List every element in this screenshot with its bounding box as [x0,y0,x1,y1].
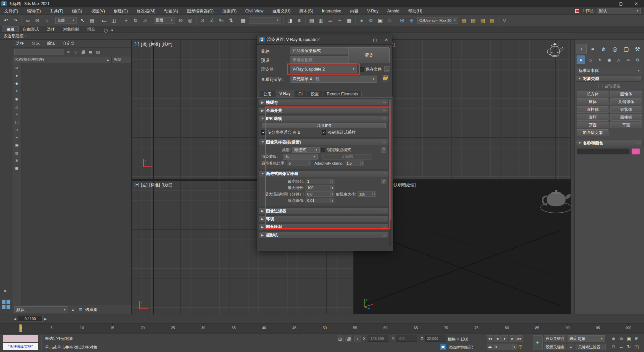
progressive-help-button[interactable]: ? [381,179,386,184]
scene-explorer-search-input[interactable] [14,49,64,55]
isolate-selection-icon[interactable]: ⊞ [337,336,343,342]
save-file-browse-button[interactable]: ... [384,66,390,72]
menu-item[interactable]: 脚本(S) [295,7,318,15]
close-button[interactable]: ✕ [629,0,644,7]
max-render-time-spinner[interactable]: 0.0▲▼ [306,191,334,197]
display-hidden-icon[interactable]: ▦ [14,166,20,171]
create-圆环-button[interactable]: 圆环 [577,114,608,121]
save-scene-folder-icon[interactable]: ▤ [460,16,468,25]
sampler-help-button[interactable]: ? [381,147,386,153]
track-bar[interactable]: 0510152025303540455055606570758085909510… [0,323,644,333]
rollout-颜色映射[interactable]: ▶颜色映射⋯ [259,224,389,230]
spinner-snap-icon[interactable]: ⇅ [226,16,235,25]
tab-display[interactable]: ▢ [621,44,632,54]
rollout-环境[interactable]: ▶环境⋯ [259,216,389,222]
mirror-icon[interactable]: ◨ [285,16,294,25]
maxscript-mini-listener-input[interactable] [3,335,38,342]
select-link-icon[interactable]: ∞ [23,16,32,25]
primitive-category-dropdown[interactable]: 标准基本体▼ [577,67,642,74]
time-forward-arrow-icon[interactable]: ▶ [43,317,48,321]
create-四棱锥-button[interactable]: 四棱锥 [610,114,642,121]
key-filters-button[interactable]: 关键点过滤器... [576,344,606,350]
percent-snap-icon[interactable]: % [217,16,226,25]
cat-shapes[interactable]: ◇ [586,55,594,64]
render-production-icon[interactable]: ♨ [385,16,394,25]
menu-item[interactable]: 编辑(E) [22,7,45,15]
menu-item[interactable]: 创建(C) [109,7,132,15]
ribbon-tab-对象绘制[interactable]: 对象绘制 [59,26,83,32]
create-几何球体-button[interactable]: 几何球体 [610,98,642,105]
display-spacewarps-icon[interactable]: ≈ [14,112,20,117]
bind-spacewarp-icon[interactable]: ≈ [42,16,51,25]
go-to-end-icon[interactable]: ▶▶ [516,335,523,342]
image-sampler-rollout-header[interactable]: ▼图像采样器(抗锯齿)⋯ [259,139,388,145]
create-圆锥体-button[interactable]: 圆锥体 [610,91,642,97]
min-shading-spinner[interactable]: 6▲▼ [287,161,311,166]
display-lights-icon[interactable]: ☀ [14,88,20,94]
ray-bundle-spinner[interactable]: 128▲▼ [358,191,376,197]
workspace-dropdown[interactable]: 默认▼ [597,8,641,14]
selection-lock-icon[interactable] [345,336,352,342]
display-none-icon[interactable]: ⊘ [14,65,20,71]
frame-step-icons[interactable]: ◀▶ [487,344,493,350]
current-frame-spinner[interactable]: 0▲▼ [493,344,517,350]
target-dropdown[interactable]: 产品级渲染模式▼ [290,47,357,54]
display-bones-icon[interactable]: ⌐ [14,135,20,140]
ipr-rollout-header[interactable]: ▼IPR 选项⋯ [259,116,388,122]
progressive-sampler-rollout-header[interactable]: ▼渐进式图像采样器⋯ [259,171,388,177]
menu-item[interactable]: 图形编辑器(D) [182,7,218,15]
teapot-wireframe[interactable] [545,41,564,61]
orbit-icon[interactable]: ↻ [625,343,633,351]
maxscript-listener-output[interactable]: “执行脚本完毕” [3,343,38,350]
maximize-button[interactable]: ▢ [613,0,629,7]
selection-filter-dropdown[interactable]: 全部▼ [55,17,77,24]
ribbon-tab-选择[interactable]: 选择 [43,26,59,32]
time-tag-label[interactable]: 添加时间标记 [449,345,473,350]
explorer-object-list[interactable]: ⊘●◆☀◉△≈▢◇⌐▣◍❄▦ [12,63,131,305]
angle-snap-icon[interactable]: ∠ [208,16,216,25]
window-crossing-icon[interactable]: ◫ [109,16,118,25]
viewport-label-segment[interactable]: [+] [135,182,139,188]
tab-hierarchy[interactable]: ⋔ [598,44,609,54]
lock-noise-checkbox[interactable]: 锁定噪点模式 [321,147,351,153]
next-frame-icon[interactable]: |▶ [509,335,516,342]
menu-item[interactable]: 组(G) [68,7,87,15]
explorer-preset-dropdown[interactable]: 默认▼ [14,306,68,313]
render-setup-icon[interactable]: ⚙ [367,16,375,25]
select-place-icon[interactable]: ◎ [186,16,195,25]
cat-helpers[interactable]: △ [614,55,623,64]
zoom-extents-icon[interactable]: ▣ [625,335,633,343]
material-editor-icon[interactable]: ● [357,16,366,25]
noise-threshold-spinner[interactable]: 0.01▲▼ [306,198,334,203]
curve-editor-icon[interactable]: ~ [335,16,344,25]
time-configuration-icon[interactable]: ◷ [518,344,522,349]
expand-panel-arrow-icon[interactable]: ▶ [4,289,7,293]
viewport-label-segment[interactable]: [+] [135,42,139,47]
z-coordinate-field[interactable]: 32.099 [425,336,446,342]
maximize-viewport-icon[interactable]: ◰ [633,343,640,351]
display-xrefs-icon[interactable]: ◇ [14,127,20,132]
explorer-menu-选择[interactable]: 选择 [12,41,28,46]
ribbon-config-icon[interactable]: ◯ [104,29,108,32]
zoom-all-icon[interactable]: ⊛ [618,335,625,343]
menu-item[interactable]: Interactive [318,7,346,15]
new-explorer-icon[interactable]: ⊞ [77,307,84,313]
display-materials-icon[interactable]: ◍ [14,150,20,156]
dialog-scrollbar[interactable] [389,98,391,246]
dialog-tab-GI[interactable]: GI [295,91,307,97]
preset-dropdown[interactable]: 未选定预设▼ [290,56,357,63]
import-folder-icon[interactable]: ▤ [478,16,487,25]
create-平面-button[interactable]: 平面 [610,122,642,128]
ribbon-tab-自由形式[interactable]: 自由形式 [19,26,43,32]
ribbon-tab-建模[interactable]: 建模 [2,26,19,32]
view-to-render-dropdown[interactable]: 四元菜单 4 - 前▼ [290,76,377,83]
renderer-dropdown[interactable]: V-Ray 6, update 2▼ [290,65,357,73]
tab-create[interactable]: + [576,44,587,54]
explorer-menu-编辑[interactable]: 编辑 [43,41,59,46]
teapot-object[interactable] [539,186,571,216]
viewport-label-segment[interactable]: [标准] [149,42,160,47]
viewport-label-segment[interactable]: [标准] [149,182,160,188]
display-geometry-icon[interactable]: ● [14,73,20,78]
time-back-arrow-icon[interactable]: ◀ [13,317,17,321]
name-color-rollout-header[interactable]: ▼名称和颜色⋯ [576,140,643,146]
